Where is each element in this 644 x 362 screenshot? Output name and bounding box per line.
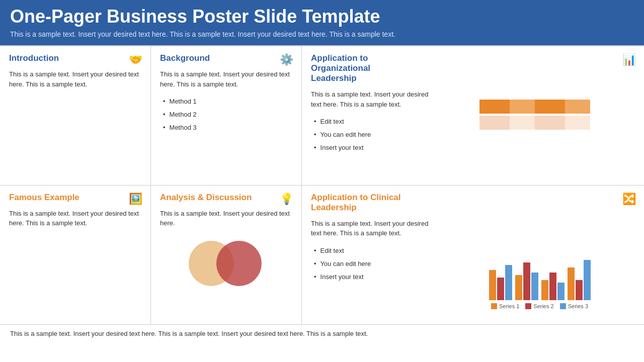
- hbar-row-2: [479, 116, 600, 130]
- legend-dot-s2: [525, 303, 531, 309]
- bar-s2: [497, 278, 504, 300]
- org-bullet-2: You can edit here: [311, 128, 436, 141]
- header-subtitle: This is a sample text. Insert your desir…: [10, 30, 634, 38]
- legend-series2: Series 2: [525, 303, 553, 309]
- bar-s3: [531, 273, 538, 300]
- handshake-icon: 🤝: [129, 53, 142, 66]
- clinical-bullet-2: You can edit here: [311, 257, 436, 270]
- background-body: This is a sample text. Insert your desir…: [160, 69, 292, 89]
- analysis-cell: Analysis & Discussion 💡 This is a sample…: [151, 186, 302, 325]
- hbar-seg: [535, 116, 565, 130]
- page-title: One-Pager Business Poster Slide Template: [10, 6, 634, 27]
- background-bullet-3: Method 3: [160, 121, 292, 134]
- bar-s3: [505, 265, 512, 300]
- hbar-seg: [565, 100, 590, 114]
- hbar-seg: [479, 116, 510, 130]
- background-bullet-1: Method 1: [160, 95, 292, 108]
- application-org-title: Application to Organizational Leadership: [311, 53, 436, 83]
- org-bullet-3: Insert your text: [311, 141, 436, 154]
- application-org-bullets: Edit text You can edit here Insert your …: [311, 115, 436, 154]
- chart-legend: Series 1 Series 2 Series 3: [491, 303, 588, 309]
- application-clinical-title: Application to Clinical Leadership: [311, 193, 436, 213]
- bar-group-3: [541, 273, 565, 300]
- hbar-seg: [565, 116, 590, 130]
- bar-s2: [576, 280, 583, 300]
- bar-s1: [541, 280, 548, 300]
- header: One-Pager Business Poster Slide Template…: [0, 0, 644, 45]
- application-clinical-body: This is a sample text. Insert your desir…: [311, 219, 436, 238]
- background-cell: Background ⚙️ This is a sample text. Ins…: [151, 46, 302, 186]
- famous-example-body: This is a sample text. Insert your desir…: [9, 209, 141, 228]
- bar-s1: [489, 270, 496, 300]
- bar-s2: [523, 262, 530, 300]
- bar-group-2: [515, 262, 538, 300]
- bar-chart-icon: 📊: [622, 53, 636, 66]
- application-org-cell: Application to Organizational Leadership…: [302, 46, 644, 186]
- application-org-body: This is a sample text. Insert your desir…: [311, 89, 436, 109]
- org-bullet-1: Edit text: [311, 115, 436, 128]
- venn-circles: [189, 238, 264, 289]
- famous-example-title: Famous Example: [9, 193, 141, 203]
- venn-right-circle: [216, 241, 262, 286]
- bar-s3: [557, 283, 565, 300]
- introduction-body: This is a sample text. Insert your desir…: [9, 69, 141, 89]
- application-clinical-cell: Application to Clinical Leadership 🔀 Thi…: [302, 186, 644, 325]
- background-bullet-2: Method 2: [160, 108, 292, 121]
- venn-diagram: [160, 238, 292, 289]
- legend-label-s1: Series 1: [499, 303, 519, 309]
- legend-series3: Series 3: [560, 303, 588, 309]
- legend-label-s2: Series 2: [533, 303, 553, 309]
- background-title: Background: [160, 53, 292, 63]
- grouped-bar-chart: [489, 250, 591, 300]
- legend-dot-s1: [491, 303, 497, 309]
- legend-series1: Series 1: [491, 303, 519, 309]
- bar-s2: [549, 273, 556, 300]
- analysis-body: This is a sample text. Insert your desir…: [160, 209, 292, 228]
- main-grid: Introduction 🤝 This is a sample text. In…: [0, 45, 644, 324]
- footer-text: This is a sample text. Insert your desir…: [10, 330, 368, 337]
- bar-s1: [515, 275, 522, 300]
- background-bullet-list: Method 1 Method 2 Method 3: [160, 95, 292, 134]
- clinical-bullets: Edit text You can edit here Insert your …: [311, 244, 436, 284]
- lightbulb-icon: 💡: [280, 193, 293, 206]
- introduction-cell: Introduction 🤝 This is a sample text. In…: [0, 46, 151, 186]
- hbar-chart: [479, 100, 600, 132]
- hbar-seg: [510, 100, 535, 114]
- arrows-icon: 🔀: [622, 193, 636, 206]
- hbar-seg: [510, 116, 535, 130]
- hbar-seg: [479, 100, 510, 114]
- clinical-bullet-1: Edit text: [311, 244, 436, 257]
- bar-s1: [568, 267, 575, 300]
- gear-icon: ⚙️: [280, 53, 293, 66]
- famous-example-cell: Famous Example 🖼️ This is a sample text.…: [0, 186, 151, 325]
- bar-group-1: [489, 265, 512, 300]
- hbar-row-1: [479, 100, 600, 114]
- clinical-bullet-3: Insert your text: [311, 270, 436, 284]
- bar-s3: [584, 260, 591, 300]
- picture-icon: 🖼️: [129, 193, 142, 206]
- analysis-title: Analysis & Discussion: [160, 193, 292, 203]
- legend-dot-s3: [560, 303, 566, 309]
- introduction-title: Introduction: [9, 53, 141, 63]
- footer: This is a sample text. Insert your desir…: [0, 324, 644, 342]
- hbar-seg: [535, 100, 565, 114]
- legend-label-s3: Series 3: [568, 303, 588, 309]
- bar-group-4: [568, 260, 591, 300]
